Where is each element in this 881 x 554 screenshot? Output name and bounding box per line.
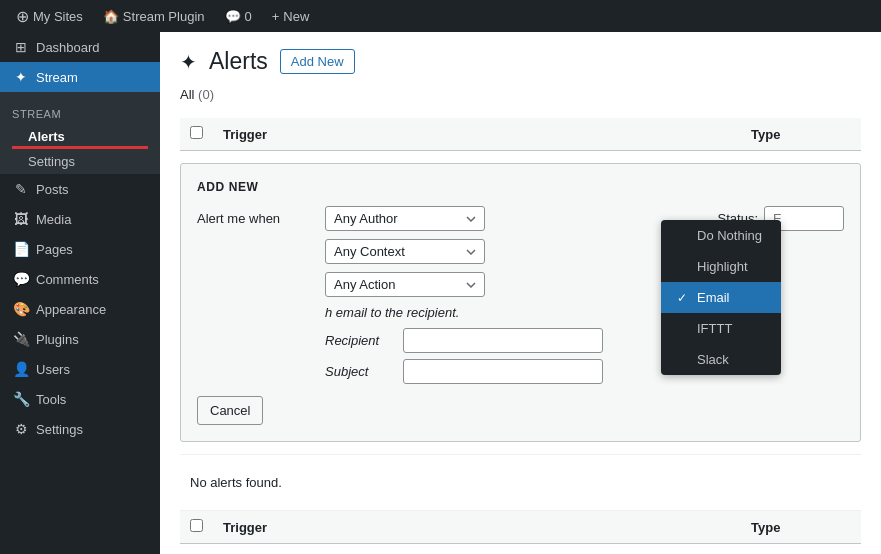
header-trigger: Trigger — [213, 118, 741, 151]
sidebar-item-plugins[interactable]: 🔌 Plugins — [0, 324, 160, 354]
all-count: (0) — [198, 87, 214, 102]
admin-bar-my-sites[interactable]: ⊕ My Sites — [8, 0, 91, 32]
cancel-button[interactable]: Cancel — [197, 396, 263, 425]
no-alerts-cell: No alerts found. — [180, 455, 861, 511]
plugins-icon: 🔌 — [12, 331, 30, 347]
sidebar-plugins-label: Plugins — [36, 332, 79, 347]
add-new-row: ADD NEW Alert me when Any Author Status: — [180, 151, 861, 455]
users-icon: 👤 — [12, 361, 30, 377]
comments-count: 0 — [245, 9, 252, 24]
footer-type: Type — [741, 511, 861, 544]
media-icon: 🖼 — [12, 211, 30, 227]
comments-icon: 💬 — [12, 271, 30, 287]
admin-bar-comments[interactable]: 💬 0 — [217, 0, 260, 32]
sidebar-item-posts[interactable]: ✎ Posts — [0, 174, 160, 204]
sidebar-settings-label: Settings — [36, 422, 83, 437]
sidebar-item-dashboard[interactable]: ⊞ Dashboard — [0, 32, 160, 62]
header-type: Type — [741, 118, 861, 151]
sidebar-item-stream[interactable]: ✦ Stream — [0, 62, 160, 92]
alerts-page-icon: ✦ — [180, 50, 197, 74]
alert-me-when-label: Alert me when — [197, 211, 317, 226]
recipient-input[interactable] — [403, 328, 603, 353]
sidebar-comments-label: Comments — [36, 272, 99, 287]
table-footer-row: Trigger Type — [180, 511, 861, 544]
table-body: ADD NEW Alert me when Any Author Status: — [180, 151, 861, 511]
content-area: ✦ Alerts Add New All (0) Trigger Type — [160, 32, 881, 554]
footer-checkbox-col — [180, 511, 213, 544]
add-new-cell: ADD NEW Alert me when Any Author Status: — [180, 151, 861, 455]
admin-bar-stream-plugin[interactable]: 🏠 Stream Plugin — [95, 0, 213, 32]
dropdown-item-email[interactable]: ✓ Email — [661, 282, 781, 313]
email-label: Email — [697, 290, 730, 305]
admin-bar: ⊕ My Sites 🏠 Stream Plugin 💬 0 + New — [0, 0, 881, 32]
sidebar: ⊞ Dashboard ✦ Stream Stream Alerts Setti… — [0, 32, 160, 554]
comment-icon: 💬 — [225, 9, 241, 24]
add-new-title: ADD NEW — [197, 180, 844, 194]
table-footer: Trigger Type — [180, 511, 861, 544]
appearance-icon: 🎨 — [12, 301, 30, 317]
pages-icon: 📄 — [12, 241, 30, 257]
settings-stream-label: Settings — [28, 154, 75, 169]
dropdown-item-ifttt[interactable]: IFTTT — [661, 313, 781, 344]
my-sites-label: My Sites — [33, 9, 83, 24]
settings-icon: ⚙ — [12, 421, 30, 437]
plus-icon: + — [272, 9, 280, 24]
select-all-checkbox-bottom[interactable] — [190, 519, 203, 532]
sidebar-pages-label: Pages — [36, 242, 73, 257]
do-nothing-label: Do Nothing — [697, 228, 762, 243]
sidebar-dashboard-label: Dashboard — [36, 40, 100, 55]
admin-bar-new[interactable]: + New — [264, 0, 318, 32]
main-layout: ⊞ Dashboard ✦ Stream Stream Alerts Setti… — [0, 32, 881, 554]
ifttt-label: IFTTT — [697, 321, 732, 336]
sidebar-item-appearance[interactable]: 🎨 Appearance — [0, 294, 160, 324]
page-title: Alerts — [209, 48, 268, 75]
sidebar-item-users[interactable]: 👤 Users — [0, 354, 160, 384]
sidebar-users-label: Users — [36, 362, 70, 377]
new-label: New — [283, 9, 309, 24]
sidebar-media-label: Media — [36, 212, 71, 227]
author-select[interactable]: Any Author — [325, 206, 485, 231]
sidebar-item-tools[interactable]: 🔧 Tools — [0, 384, 160, 414]
sidebar-stream-label: Stream — [36, 70, 78, 85]
sidebar-item-pages[interactable]: 📄 Pages — [0, 234, 160, 264]
slack-label: Slack — [697, 352, 729, 367]
header-checkbox-col — [180, 118, 213, 151]
add-new-button[interactable]: Add New — [280, 49, 355, 74]
stream-plugin-label: Stream Plugin — [123, 9, 205, 24]
stream-icon: ✦ — [12, 69, 30, 85]
type-dropdown: Do Nothing Highlight ✓ Email — [661, 220, 781, 375]
table-header-row: Trigger Type — [180, 118, 861, 151]
context-select[interactable]: Any Context — [325, 239, 485, 264]
action-select[interactable]: Any Action — [325, 272, 485, 297]
subject-input[interactable] — [403, 359, 603, 384]
posts-icon: ✎ — [12, 181, 30, 197]
dropdown-item-slack[interactable]: Slack — [661, 344, 781, 375]
content-inner: ✦ Alerts Add New All (0) Trigger Type — [160, 32, 881, 554]
subheader: All (0) — [180, 87, 861, 102]
all-label: All — [180, 87, 194, 102]
recipient-label: Recipient — [325, 333, 395, 348]
home-icon: 🏠 — [103, 9, 119, 24]
tools-icon: 🔧 — [12, 391, 30, 407]
email-check: ✓ — [677, 291, 691, 305]
select-all-checkbox[interactable] — [190, 126, 203, 139]
wordpress-icon: ⊕ — [16, 7, 29, 26]
sidebar-posts-label: Posts — [36, 182, 69, 197]
dropdown-item-highlight[interactable]: Highlight — [661, 251, 781, 282]
dashboard-icon: ⊞ — [12, 39, 30, 55]
add-new-section: ADD NEW Alert me when Any Author Status: — [180, 163, 861, 442]
sidebar-item-settings[interactable]: ⚙ Settings — [0, 414, 160, 444]
no-alerts-text: No alerts found. — [190, 463, 851, 502]
sidebar-item-comments[interactable]: 💬 Comments — [0, 264, 160, 294]
dropdown-item-do-nothing[interactable]: Do Nothing — [661, 220, 781, 251]
sidebar-item-settings-stream[interactable]: Settings — [0, 149, 160, 174]
alerts-table: Trigger Type ADD NEW Alert me when — [180, 118, 861, 544]
subject-label: Subject — [325, 364, 395, 379]
sidebar-appearance-label: Appearance — [36, 302, 106, 317]
alerts-label: Alerts — [28, 129, 65, 144]
stream-section-label: Stream — [0, 96, 160, 124]
sidebar-item-media[interactable]: 🖼 Media — [0, 204, 160, 234]
sidebar-item-alerts[interactable]: Alerts — [0, 124, 160, 149]
page-header: ✦ Alerts Add New — [180, 48, 861, 75]
table-header: Trigger Type — [180, 118, 861, 151]
